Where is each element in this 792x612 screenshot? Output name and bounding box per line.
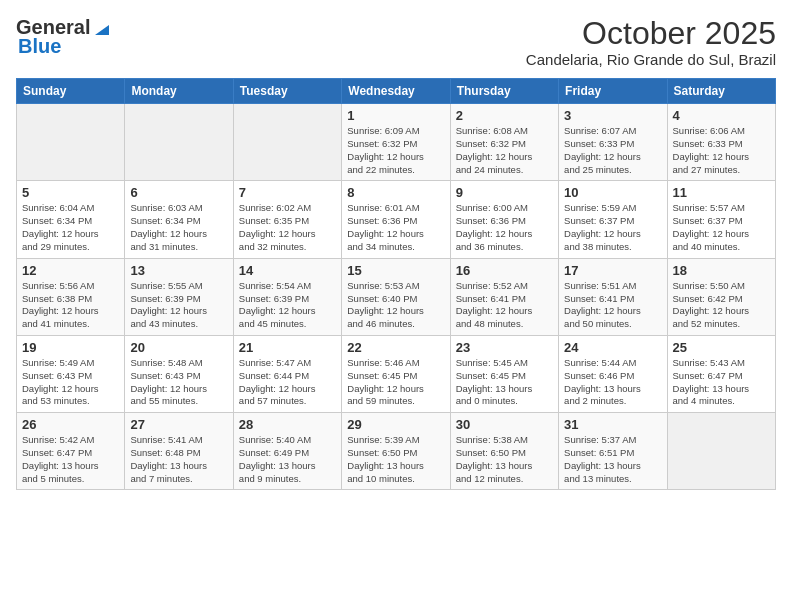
calendar-day-cell: 13Sunrise: 5:55 AM Sunset: 6:39 PM Dayli… [125, 258, 233, 335]
day-info: Sunrise: 5:59 AM Sunset: 6:37 PM Dayligh… [564, 202, 661, 253]
day-info: Sunrise: 5:54 AM Sunset: 6:39 PM Dayligh… [239, 280, 336, 331]
day-info: Sunrise: 5:51 AM Sunset: 6:41 PM Dayligh… [564, 280, 661, 331]
day-number: 1 [347, 108, 444, 123]
calendar-day-cell: 24Sunrise: 5:44 AM Sunset: 6:46 PM Dayli… [559, 335, 667, 412]
calendar-day-cell [667, 413, 775, 490]
day-info: Sunrise: 5:38 AM Sunset: 6:50 PM Dayligh… [456, 434, 553, 485]
calendar-day-cell: 6Sunrise: 6:03 AM Sunset: 6:34 PM Daylig… [125, 181, 233, 258]
calendar-day-cell: 16Sunrise: 5:52 AM Sunset: 6:41 PM Dayli… [450, 258, 558, 335]
day-number: 28 [239, 417, 336, 432]
day-info: Sunrise: 5:46 AM Sunset: 6:45 PM Dayligh… [347, 357, 444, 408]
day-of-week-header: Wednesday [342, 79, 450, 104]
day-number: 31 [564, 417, 661, 432]
calendar-day-cell: 15Sunrise: 5:53 AM Sunset: 6:40 PM Dayli… [342, 258, 450, 335]
day-info: Sunrise: 5:47 AM Sunset: 6:44 PM Dayligh… [239, 357, 336, 408]
calendar-day-cell: 12Sunrise: 5:56 AM Sunset: 6:38 PM Dayli… [17, 258, 125, 335]
day-info: Sunrise: 5:56 AM Sunset: 6:38 PM Dayligh… [22, 280, 119, 331]
day-number: 2 [456, 108, 553, 123]
calendar-week-row: 19Sunrise: 5:49 AM Sunset: 6:43 PM Dayli… [17, 335, 776, 412]
day-number: 19 [22, 340, 119, 355]
calendar-day-cell: 9Sunrise: 6:00 AM Sunset: 6:36 PM Daylig… [450, 181, 558, 258]
calendar-day-cell: 23Sunrise: 5:45 AM Sunset: 6:45 PM Dayli… [450, 335, 558, 412]
title-block: October 2025 Candelaria, Rio Grande do S… [526, 16, 776, 68]
logo: General Blue [16, 16, 110, 58]
calendar-day-cell: 8Sunrise: 6:01 AM Sunset: 6:36 PM Daylig… [342, 181, 450, 258]
calendar-day-cell: 25Sunrise: 5:43 AM Sunset: 6:47 PM Dayli… [667, 335, 775, 412]
day-of-week-header: Thursday [450, 79, 558, 104]
day-number: 27 [130, 417, 227, 432]
day-info: Sunrise: 6:04 AM Sunset: 6:34 PM Dayligh… [22, 202, 119, 253]
day-info: Sunrise: 5:53 AM Sunset: 6:40 PM Dayligh… [347, 280, 444, 331]
day-number: 26 [22, 417, 119, 432]
day-of-week-header: Monday [125, 79, 233, 104]
calendar-week-row: 12Sunrise: 5:56 AM Sunset: 6:38 PM Dayli… [17, 258, 776, 335]
day-number: 16 [456, 263, 553, 278]
day-info: Sunrise: 6:09 AM Sunset: 6:32 PM Dayligh… [347, 125, 444, 176]
calendar-day-cell: 3Sunrise: 6:07 AM Sunset: 6:33 PM Daylig… [559, 104, 667, 181]
day-number: 21 [239, 340, 336, 355]
calendar-day-cell: 31Sunrise: 5:37 AM Sunset: 6:51 PM Dayli… [559, 413, 667, 490]
day-of-week-header: Sunday [17, 79, 125, 104]
svg-marker-0 [95, 25, 109, 35]
day-number: 5 [22, 185, 119, 200]
day-info: Sunrise: 5:37 AM Sunset: 6:51 PM Dayligh… [564, 434, 661, 485]
calendar-day-cell: 18Sunrise: 5:50 AM Sunset: 6:42 PM Dayli… [667, 258, 775, 335]
calendar-day-cell: 1Sunrise: 6:09 AM Sunset: 6:32 PM Daylig… [342, 104, 450, 181]
day-info: Sunrise: 5:45 AM Sunset: 6:45 PM Dayligh… [456, 357, 553, 408]
day-number: 29 [347, 417, 444, 432]
day-info: Sunrise: 6:07 AM Sunset: 6:33 PM Dayligh… [564, 125, 661, 176]
day-number: 12 [22, 263, 119, 278]
day-of-week-header: Tuesday [233, 79, 341, 104]
day-info: Sunrise: 5:40 AM Sunset: 6:49 PM Dayligh… [239, 434, 336, 485]
calendar-week-row: 1Sunrise: 6:09 AM Sunset: 6:32 PM Daylig… [17, 104, 776, 181]
calendar-day-cell: 21Sunrise: 5:47 AM Sunset: 6:44 PM Dayli… [233, 335, 341, 412]
calendar-day-cell: 14Sunrise: 5:54 AM Sunset: 6:39 PM Dayli… [233, 258, 341, 335]
page-header: General Blue October 2025 Candelaria, Ri… [16, 16, 776, 68]
calendar-week-row: 5Sunrise: 6:04 AM Sunset: 6:34 PM Daylig… [17, 181, 776, 258]
day-info: Sunrise: 6:06 AM Sunset: 6:33 PM Dayligh… [673, 125, 770, 176]
calendar-day-cell: 19Sunrise: 5:49 AM Sunset: 6:43 PM Dayli… [17, 335, 125, 412]
day-number: 17 [564, 263, 661, 278]
day-number: 8 [347, 185, 444, 200]
calendar-table: SundayMondayTuesdayWednesdayThursdayFrid… [16, 78, 776, 490]
day-number: 30 [456, 417, 553, 432]
day-info: Sunrise: 6:00 AM Sunset: 6:36 PM Dayligh… [456, 202, 553, 253]
day-info: Sunrise: 5:57 AM Sunset: 6:37 PM Dayligh… [673, 202, 770, 253]
day-info: Sunrise: 5:43 AM Sunset: 6:47 PM Dayligh… [673, 357, 770, 408]
calendar-week-row: 26Sunrise: 5:42 AM Sunset: 6:47 PM Dayli… [17, 413, 776, 490]
calendar-day-cell [17, 104, 125, 181]
day-number: 3 [564, 108, 661, 123]
day-of-week-header: Friday [559, 79, 667, 104]
day-number: 22 [347, 340, 444, 355]
day-number: 20 [130, 340, 227, 355]
calendar-header-row: SundayMondayTuesdayWednesdayThursdayFrid… [17, 79, 776, 104]
calendar-day-cell: 2Sunrise: 6:08 AM Sunset: 6:32 PM Daylig… [450, 104, 558, 181]
calendar-day-cell: 29Sunrise: 5:39 AM Sunset: 6:50 PM Dayli… [342, 413, 450, 490]
day-number: 11 [673, 185, 770, 200]
calendar-day-cell: 28Sunrise: 5:40 AM Sunset: 6:49 PM Dayli… [233, 413, 341, 490]
day-number: 7 [239, 185, 336, 200]
calendar-day-cell: 5Sunrise: 6:04 AM Sunset: 6:34 PM Daylig… [17, 181, 125, 258]
day-info: Sunrise: 5:39 AM Sunset: 6:50 PM Dayligh… [347, 434, 444, 485]
day-number: 10 [564, 185, 661, 200]
day-number: 9 [456, 185, 553, 200]
day-info: Sunrise: 6:08 AM Sunset: 6:32 PM Dayligh… [456, 125, 553, 176]
calendar-day-cell: 7Sunrise: 6:02 AM Sunset: 6:35 PM Daylig… [233, 181, 341, 258]
day-info: Sunrise: 6:01 AM Sunset: 6:36 PM Dayligh… [347, 202, 444, 253]
day-number: 6 [130, 185, 227, 200]
day-info: Sunrise: 5:41 AM Sunset: 6:48 PM Dayligh… [130, 434, 227, 485]
day-info: Sunrise: 6:02 AM Sunset: 6:35 PM Dayligh… [239, 202, 336, 253]
calendar-day-cell: 22Sunrise: 5:46 AM Sunset: 6:45 PM Dayli… [342, 335, 450, 412]
day-of-week-header: Saturday [667, 79, 775, 104]
day-number: 18 [673, 263, 770, 278]
logo-arrow-icon [91, 19, 109, 37]
day-info: Sunrise: 5:50 AM Sunset: 6:42 PM Dayligh… [673, 280, 770, 331]
day-info: Sunrise: 6:03 AM Sunset: 6:34 PM Dayligh… [130, 202, 227, 253]
calendar-day-cell: 17Sunrise: 5:51 AM Sunset: 6:41 PM Dayli… [559, 258, 667, 335]
day-info: Sunrise: 5:42 AM Sunset: 6:47 PM Dayligh… [22, 434, 119, 485]
day-number: 14 [239, 263, 336, 278]
calendar-day-cell [125, 104, 233, 181]
month-year: October 2025 [526, 16, 776, 51]
calendar-day-cell: 11Sunrise: 5:57 AM Sunset: 6:37 PM Dayli… [667, 181, 775, 258]
day-info: Sunrise: 5:44 AM Sunset: 6:46 PM Dayligh… [564, 357, 661, 408]
